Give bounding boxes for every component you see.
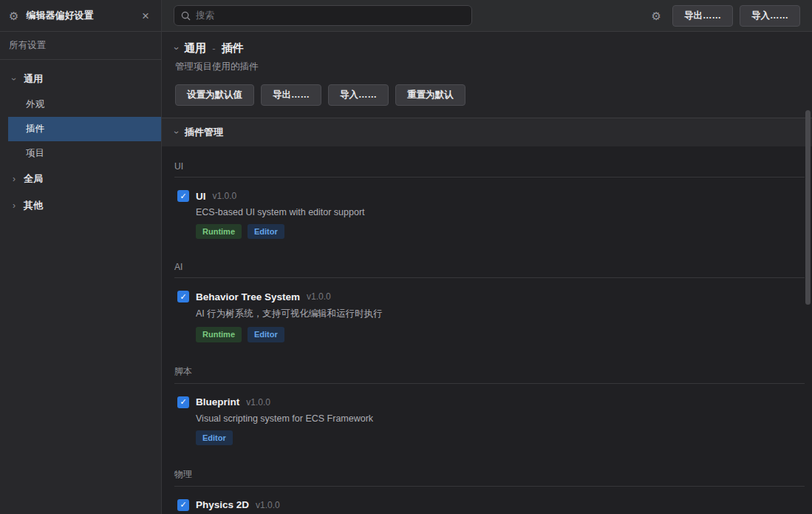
plugin-name: Physics 2D (196, 499, 249, 510)
chevron-right-icon: › (9, 174, 19, 184)
tree-group-general[interactable]: › 通用 (0, 66, 161, 92)
editor-badge: Editor (196, 430, 233, 445)
reset-to-default-button[interactable]: 重置为默认 (395, 84, 465, 106)
runtime-badge: Runtime (196, 224, 242, 239)
breadcrumb-separator: - (212, 43, 215, 54)
plugin-version: v1.0.0 (213, 191, 237, 201)
export-button[interactable]: 导出…… (672, 5, 733, 27)
tree-group-label: 通用 (24, 72, 43, 86)
plugin-enabled-checkbox[interactable]: ✓ (177, 499, 189, 511)
import-settings-button[interactable]: 导入…… (328, 84, 389, 106)
chevron-down-icon: › (175, 127, 178, 138)
breadcrumb: › 通用 - 插件 (175, 41, 799, 55)
plugin-row: ✓ Blueprint v1.0.0 Visual scripting syst… (174, 396, 805, 445)
check-icon: ✓ (180, 192, 186, 200)
import-button[interactable]: 导入…… (740, 5, 800, 27)
section-title: 插件管理 (185, 126, 223, 139)
tree-group-label: 其他 (24, 199, 43, 212)
plugin-description: ECS-based UI system with editor support (196, 207, 805, 217)
chevron-down-icon[interactable]: › (175, 43, 178, 54)
plugin-version: v1.0.0 (307, 291, 331, 302)
plugin-header: ✓ Physics 2D v1.0.0 (174, 499, 805, 511)
plugin-description: Visual scripting system for ECS Framewor… (196, 413, 805, 424)
check-icon: ✓ (180, 398, 186, 406)
plugin-badges: Runtime Editor (196, 327, 805, 342)
sidebar-item-appearance[interactable]: 外观 (0, 92, 161, 117)
sidebar-header: ⚙ 编辑器偏好设置 × (0, 0, 161, 32)
close-icon[interactable]: × (139, 8, 152, 24)
plugin-enabled-checkbox[interactable]: ✓ (177, 396, 189, 408)
search-box[interactable] (174, 5, 472, 26)
category-label: UI (174, 161, 805, 177)
category-ai: AI ✓ Behavior Tree System v1.0.0 AI 行为树系… (174, 262, 805, 342)
plugin-name: Behavior Tree System (196, 291, 300, 302)
breadcrumb-parent[interactable]: 通用 (184, 41, 206, 55)
plugin-enabled-checkbox[interactable]: ✓ (177, 291, 189, 302)
main-panel: ⚙ 导出…… 导入…… › 通用 - 插件 管理项目使用的插件 设置为默认值 导… (162, 0, 812, 514)
plugin-header: ✓ Behavior Tree System v1.0.0 (174, 291, 805, 302)
settings-tree: › 通用 外观 插件 项目 › 全局 › 其他 (0, 60, 161, 219)
window-title: 编辑器偏好设置 (26, 9, 139, 22)
plugin-list: UI ✓ UI v1.0.0 ECS-based UI system with … (162, 146, 812, 514)
export-settings-button[interactable]: 导出…… (261, 84, 321, 106)
editor-badge: Editor (248, 327, 284, 342)
category-physics: 物理 ✓ Physics 2D v1.0.0 Deterministic 2D … (174, 468, 805, 514)
runtime-badge: Runtime (196, 327, 242, 342)
plugin-badges: Runtime Editor (196, 224, 805, 239)
page-subtitle: 管理项目使用的插件 (175, 61, 799, 73)
check-icon: ✓ (180, 501, 186, 509)
chevron-down-icon: › (9, 74, 19, 84)
plugin-version: v1.0.0 (246, 397, 270, 408)
plugin-row: ✓ UI v1.0.0 ECS-based UI system with edi… (174, 190, 805, 239)
breadcrumb-current: 插件 (222, 41, 244, 55)
header-buttons: 设置为默认值 导出…… 导入…… 重置为默认 (175, 84, 799, 106)
sidebar: ⚙ 编辑器偏好设置 × 所有设置 › 通用 外观 插件 项目 › 全局 › 其他 (0, 0, 162, 514)
sidebar-item-plugins[interactable]: 插件 (8, 117, 161, 141)
tree-group-global[interactable]: › 全局 (0, 166, 161, 192)
topbar: ⚙ 导出…… 导入…… (162, 0, 812, 32)
sidebar-item-project[interactable]: 项目 (0, 141, 161, 166)
plugin-badges: Editor (196, 430, 805, 445)
chevron-right-icon: › (9, 200, 19, 211)
vertical-scrollbar[interactable] (805, 110, 811, 305)
plugin-row: ✓ Physics 2D v1.0.0 Deterministic 2D phy… (174, 499, 805, 514)
content-header: › 通用 - 插件 管理项目使用的插件 设置为默认值 导出…… 导入…… 重置为… (162, 32, 812, 118)
settings-gear-icon: ⚙ (9, 10, 18, 21)
plugin-name: UI (196, 191, 206, 202)
plugin-header: ✓ UI v1.0.0 (174, 190, 805, 202)
set-as-default-button[interactable]: 设置为默认值 (175, 84, 254, 106)
category-script: 脚本 ✓ Blueprint v1.0.0 Visual scripting s… (174, 365, 805, 445)
category-label: 脚本 (174, 365, 805, 384)
editor-badge: Editor (248, 224, 284, 239)
search-input[interactable] (196, 10, 465, 21)
plugin-version: v1.0.0 (256, 500, 280, 510)
sidebar-item-all-settings[interactable]: 所有设置 (0, 32, 161, 60)
category-label: 物理 (174, 468, 805, 487)
preferences-window: ⚙ 编辑器偏好设置 × 所有设置 › 通用 外观 插件 项目 › 全局 › 其他 (0, 0, 812, 514)
plugin-enabled-checkbox[interactable]: ✓ (177, 190, 189, 202)
gear-icon[interactable]: ⚙ (652, 10, 661, 21)
tree-group-other[interactable]: › 其他 (0, 192, 161, 219)
tree-group-label: 全局 (24, 172, 43, 186)
category-ui: UI ✓ UI v1.0.0 ECS-based UI system with … (174, 161, 805, 239)
plugin-header: ✓ Blueprint v1.0.0 (174, 396, 805, 408)
plugin-row: ✓ Behavior Tree System v1.0.0 AI 行为树系统，支… (174, 291, 805, 342)
check-icon: ✓ (180, 293, 186, 301)
search-icon (181, 11, 191, 21)
plugin-name: Blueprint (196, 396, 239, 408)
section-plugin-management[interactable]: › 插件管理 (162, 118, 812, 146)
plugin-description: AI 行为树系统，支持可视化编辑和运行时执行 (196, 308, 805, 320)
category-label: AI (174, 262, 805, 278)
